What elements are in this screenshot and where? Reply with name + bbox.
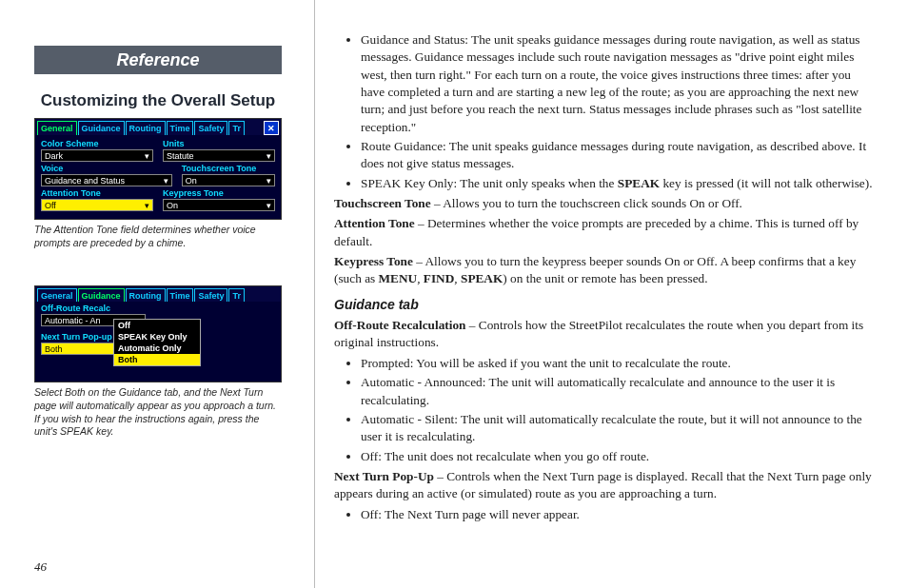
dropdown-option-highlighted[interactable]: Both: [114, 354, 200, 365]
select-value: Both: [45, 344, 63, 354]
close-icon[interactable]: ✕: [264, 121, 279, 135]
tab-safety[interactable]: Safety: [194, 121, 227, 135]
tab-guidance[interactable]: Guidance: [78, 121, 125, 135]
chevron-down-icon: ▾: [266, 201, 271, 210]
device-screenshot-general: General Guidance Routing Time Safety Tr …: [34, 118, 282, 220]
run-in-label: Next Turn Pop-Up: [334, 469, 434, 483]
tab-time[interactable]: Time: [167, 288, 194, 302]
field-label: Attention Tone: [41, 188, 153, 198]
color-scheme-select[interactable]: Dark ▾: [41, 149, 153, 162]
list-item: Guidance and Status: The unit speaks gui…: [361, 31, 876, 136]
select-value: On: [186, 176, 197, 186]
list-item: Automatic - Silent: The unit will automa…: [361, 411, 876, 446]
list-item: Off: The Next Turn page will never appea…: [361, 506, 876, 523]
section-band: Reference: [34, 46, 282, 74]
bullet-text: The unit speaks guidance messages during…: [361, 32, 861, 134]
field-label: Off-Route Recalc: [41, 304, 275, 313]
chevron-down-icon: ▾: [145, 151, 149, 161]
paragraph: Next Turn Pop-Up – Controls when the Nex…: [334, 468, 876, 503]
select-value: Off: [45, 201, 56, 210]
page-number: 46: [34, 559, 47, 575]
list-item: Automatic - Announced: The unit will aut…: [361, 374, 876, 409]
bullet-lead: Route Guidance:: [361, 139, 449, 153]
bullet-text: The unit only speaks when the: [460, 176, 617, 190]
run-in-label: Off-Route Recalculation: [334, 318, 465, 332]
tab-guidance[interactable]: Guidance: [78, 288, 125, 302]
list-item: SPEAK Key Only: The unit only speaks whe…: [361, 175, 876, 192]
sub-heading: Guidance tab: [334, 296, 876, 314]
run-in-label: Attention Tone: [334, 216, 415, 230]
bullet-lead: Guidance and Status:: [361, 32, 471, 47]
tab-routing[interactable]: Routing: [126, 121, 166, 135]
bullet-text: key is pressed (it will not talk otherwi…: [660, 176, 872, 190]
figure-caption: Select Both on the Guidance tab, and the…: [34, 386, 282, 439]
list-item: Off: The unit does not recalculate when …: [361, 448, 876, 465]
dropdown-option[interactable]: Off: [114, 320, 200, 331]
run-in-label: Touchscreen Tone: [334, 196, 431, 210]
key-name: MENU: [379, 271, 418, 285]
select-value: Dark: [45, 151, 63, 161]
touchscreen-tone-select[interactable]: On ▾: [182, 174, 275, 186]
keypress-tone-select[interactable]: On ▾: [163, 199, 275, 211]
tab-general[interactable]: General: [37, 121, 77, 135]
paragraph: Touchscreen Tone – Allows you to turn th…: [334, 195, 876, 212]
chevron-down-icon: ▾: [266, 151, 271, 161]
select-value: Automatic - An: [45, 316, 101, 325]
paragraph-text: – Allows you to turn the touchscreen cli…: [431, 196, 742, 210]
page-heading: Customizing the Overall Setup: [34, 91, 282, 110]
list-item: Prompted: You will be asked if you want …: [361, 355, 876, 372]
dropdown-option[interactable]: Automatic Only: [114, 343, 200, 354]
body-text-column: Guidance and Status: The unit speaks gui…: [314, 0, 908, 588]
chevron-down-icon: ▾: [145, 201, 149, 210]
paragraph-text: ) on the unit or remote has been pressed…: [503, 271, 707, 285]
figure-caption: The Attention Tone field determines whet…: [34, 224, 282, 249]
dropdown-menu[interactable]: Off SPEAK Key Only Automatic Only Both: [113, 319, 201, 366]
field-label: Voice: [41, 164, 172, 173]
voice-select[interactable]: Guidance and Status ▾: [41, 174, 172, 186]
chevron-down-icon: ▾: [266, 176, 271, 186]
units-select[interactable]: Statute ▾: [163, 149, 275, 162]
voice-mode-list: Guidance and Status: The unit speaks gui…: [334, 31, 876, 192]
select-value: Guidance and Status: [45, 176, 125, 186]
tab-general[interactable]: General: [37, 288, 77, 302]
dropdown-option[interactable]: SPEAK Key Only: [114, 331, 200, 343]
key-name: FIND: [424, 271, 455, 285]
paragraph: Keypress Tone – Allows you to turn the k…: [334, 253, 876, 288]
tab-time[interactable]: Time: [167, 121, 194, 135]
attention-tone-select[interactable]: Off ▾: [41, 199, 153, 211]
left-column: Reference Customizing the Overall Setup …: [0, 0, 314, 588]
tab-safety[interactable]: Safety: [194, 288, 227, 302]
paragraph: Off-Route Recalculation – Controls how t…: [334, 317, 876, 352]
tab-tr[interactable]: Tr: [228, 121, 245, 135]
key-name: SPEAK: [461, 271, 503, 285]
recalc-options-list: Prompted: You will be asked if you want …: [334, 355, 876, 465]
paragraph: Attention Tone – Determines whether the …: [334, 215, 876, 250]
select-value: On: [167, 201, 178, 210]
device-tabs: General Guidance Routing Time Safety Tr: [35, 286, 281, 302]
field-label: Touchscreen Tone: [182, 164, 275, 173]
key-name: SPEAK: [618, 176, 660, 190]
list-item: Route Guidance: The unit speaks guidance…: [361, 138, 876, 173]
bullet-lead: SPEAK Key Only:: [361, 176, 460, 190]
field-label: Keypress Tone: [163, 188, 275, 198]
tab-tr[interactable]: Tr: [228, 288, 245, 302]
run-in-label: Keypress Tone: [334, 254, 413, 268]
chevron-down-icon: ▾: [164, 176, 168, 186]
select-value: Statute: [167, 151, 194, 161]
tab-routing[interactable]: Routing: [126, 288, 166, 302]
device-screenshot-guidance: General Guidance Routing Time Safety Tr …: [34, 285, 282, 382]
field-label: Color Scheme: [41, 139, 153, 148]
next-turn-options-list: Off: The Next Turn page will never appea…: [334, 506, 876, 523]
device-tabs: General Guidance Routing Time Safety Tr …: [35, 119, 281, 135]
field-label: Units: [163, 139, 275, 148]
